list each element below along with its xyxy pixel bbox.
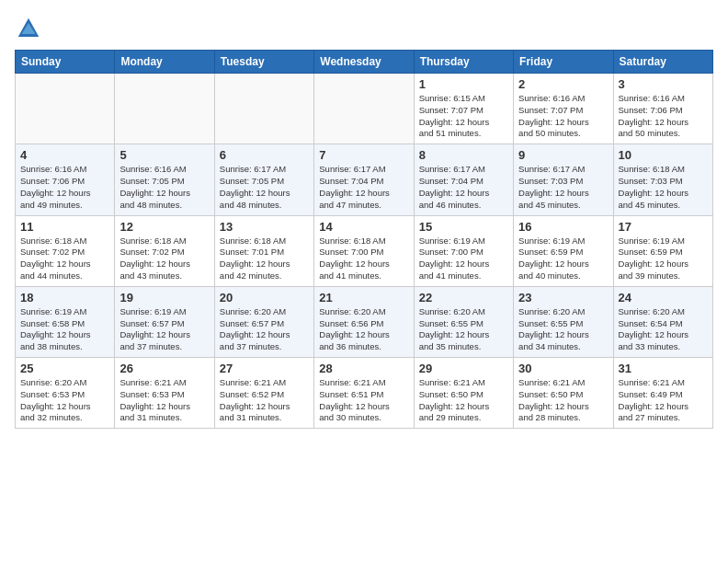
- day-number: 17: [619, 220, 708, 234]
- day-info: Sunrise: 6:19 AM Sunset: 6:58 PM Dayligh…: [20, 306, 109, 353]
- calendar-cell: 20Sunrise: 6:20 AM Sunset: 6:57 PM Dayli…: [214, 286, 313, 357]
- calendar-cell: 23Sunrise: 6:20 AM Sunset: 6:55 PM Dayli…: [514, 286, 613, 357]
- day-info: Sunrise: 6:18 AM Sunset: 7:02 PM Dayligh…: [119, 236, 209, 282]
- day-info: Sunrise: 6:20 AM Sunset: 6:53 PM Dayligh…: [20, 377, 109, 424]
- calendar-cell: 8Sunrise: 6:17 AM Sunset: 7:04 PM Daylig…: [414, 144, 513, 215]
- day-number: 8: [419, 148, 508, 162]
- day-info: Sunrise: 6:17 AM Sunset: 7:04 PM Dayligh…: [319, 164, 408, 211]
- day-info: Sunrise: 6:20 AM Sunset: 6:56 PM Dayligh…: [319, 306, 408, 353]
- day-info: Sunrise: 6:18 AM Sunset: 7:01 PM Dayligh…: [220, 236, 309, 282]
- calendar-cell: [115, 74, 214, 144]
- calendar-cell: 5Sunrise: 6:16 AM Sunset: 7:05 PM Daylig…: [115, 144, 214, 215]
- day-info: Sunrise: 6:16 AM Sunset: 7:06 PM Dayligh…: [619, 93, 708, 140]
- calendar-cell: [314, 74, 414, 144]
- day-info: Sunrise: 6:20 AM Sunset: 6:54 PM Dayligh…: [619, 306, 708, 353]
- day-info: Sunrise: 6:21 AM Sunset: 6:51 PM Dayligh…: [319, 377, 408, 424]
- day-info: Sunrise: 6:20 AM Sunset: 6:55 PM Dayligh…: [419, 306, 508, 353]
- calendar-cell: 7Sunrise: 6:17 AM Sunset: 7:04 PM Daylig…: [314, 144, 414, 215]
- day-info: Sunrise: 6:17 AM Sunset: 7:05 PM Dayligh…: [220, 164, 309, 211]
- calendar-cell: 1Sunrise: 6:15 AM Sunset: 7:07 PM Daylig…: [414, 74, 513, 144]
- day-info: Sunrise: 6:16 AM Sunset: 7:06 PM Dayligh…: [20, 164, 109, 211]
- day-info: Sunrise: 6:18 AM Sunset: 7:00 PM Dayligh…: [319, 236, 408, 282]
- logo: [15, 15, 46, 42]
- day-number: 12: [119, 220, 209, 234]
- day-number: 10: [619, 148, 708, 162]
- day-info: Sunrise: 6:19 AM Sunset: 6:59 PM Dayligh…: [518, 236, 608, 282]
- day-number: 5: [119, 148, 209, 162]
- day-info: Sunrise: 6:21 AM Sunset: 6:50 PM Dayligh…: [419, 377, 508, 424]
- day-info: Sunrise: 6:17 AM Sunset: 7:03 PM Dayligh…: [518, 164, 608, 211]
- day-number: 6: [220, 148, 309, 162]
- day-number: 26: [119, 362, 209, 375]
- calendar-cell: 12Sunrise: 6:18 AM Sunset: 7:02 PM Dayli…: [115, 215, 214, 286]
- day-info: Sunrise: 6:17 AM Sunset: 7:04 PM Dayligh…: [419, 164, 508, 211]
- day-info: Sunrise: 6:21 AM Sunset: 6:53 PM Dayligh…: [119, 377, 209, 424]
- day-number: 27: [220, 362, 309, 375]
- day-number: 16: [518, 220, 608, 234]
- day-header-sunday: Sunday: [16, 51, 115, 74]
- day-number: 31: [619, 362, 708, 375]
- calendar-cell: 18Sunrise: 6:19 AM Sunset: 6:58 PM Dayli…: [16, 286, 115, 357]
- day-number: 3: [619, 77, 708, 91]
- day-info: Sunrise: 6:16 AM Sunset: 7:05 PM Dayligh…: [119, 164, 209, 211]
- calendar-cell: 22Sunrise: 6:20 AM Sunset: 6:55 PM Dayli…: [414, 286, 513, 357]
- day-number: 23: [518, 291, 608, 304]
- day-header-thursday: Thursday: [414, 51, 513, 74]
- day-info: Sunrise: 6:20 AM Sunset: 6:55 PM Dayligh…: [518, 306, 608, 353]
- calendar-cell: 30Sunrise: 6:21 AM Sunset: 6:50 PM Dayli…: [514, 358, 613, 429]
- calendar-cell: 13Sunrise: 6:18 AM Sunset: 7:01 PM Dayli…: [214, 215, 313, 286]
- day-number: 11: [20, 220, 109, 234]
- calendar-week-row: 25Sunrise: 6:20 AM Sunset: 6:53 PM Dayli…: [16, 358, 713, 429]
- calendar-cell: 26Sunrise: 6:21 AM Sunset: 6:53 PM Dayli…: [115, 358, 214, 429]
- calendar-cell: 6Sunrise: 6:17 AM Sunset: 7:05 PM Daylig…: [214, 144, 313, 215]
- page-header: [15, 15, 713, 42]
- day-header-monday: Monday: [115, 51, 214, 74]
- day-info: Sunrise: 6:16 AM Sunset: 7:07 PM Dayligh…: [518, 93, 608, 140]
- calendar-cell: [214, 74, 313, 144]
- calendar-cell: 17Sunrise: 6:19 AM Sunset: 6:59 PM Dayli…: [613, 215, 712, 286]
- day-info: Sunrise: 6:19 AM Sunset: 7:00 PM Dayligh…: [419, 236, 508, 282]
- day-number: 28: [319, 362, 408, 375]
- calendar-header-row: SundayMondayTuesdayWednesdayThursdayFrid…: [16, 51, 713, 74]
- calendar-cell: 3Sunrise: 6:16 AM Sunset: 7:06 PM Daylig…: [613, 74, 712, 144]
- day-header-friday: Friday: [514, 51, 613, 74]
- day-number: 20: [220, 291, 309, 304]
- day-number: 1: [419, 77, 508, 91]
- day-number: 29: [419, 362, 508, 375]
- day-info: Sunrise: 6:20 AM Sunset: 6:57 PM Dayligh…: [220, 306, 309, 353]
- logo-icon: [15, 15, 42, 42]
- calendar-cell: 28Sunrise: 6:21 AM Sunset: 6:51 PM Dayli…: [314, 358, 414, 429]
- calendar-cell: 27Sunrise: 6:21 AM Sunset: 6:52 PM Dayli…: [214, 358, 313, 429]
- day-number: 7: [319, 148, 408, 162]
- day-number: 14: [319, 220, 408, 234]
- calendar-cell: 24Sunrise: 6:20 AM Sunset: 6:54 PM Dayli…: [613, 286, 712, 357]
- calendar-cell: [16, 74, 115, 144]
- calendar-week-row: 4Sunrise: 6:16 AM Sunset: 7:06 PM Daylig…: [16, 144, 713, 215]
- calendar-cell: 15Sunrise: 6:19 AM Sunset: 7:00 PM Dayli…: [414, 215, 513, 286]
- day-header-tuesday: Tuesday: [214, 51, 313, 74]
- day-info: Sunrise: 6:21 AM Sunset: 6:52 PM Dayligh…: [220, 377, 309, 424]
- day-number: 24: [619, 291, 708, 304]
- day-number: 19: [119, 291, 209, 304]
- day-number: 15: [419, 220, 508, 234]
- calendar-cell: 2Sunrise: 6:16 AM Sunset: 7:07 PM Daylig…: [514, 74, 613, 144]
- day-info: Sunrise: 6:19 AM Sunset: 6:59 PM Dayligh…: [619, 236, 708, 282]
- day-info: Sunrise: 6:18 AM Sunset: 7:03 PM Dayligh…: [619, 164, 708, 211]
- day-info: Sunrise: 6:21 AM Sunset: 6:50 PM Dayligh…: [518, 377, 608, 424]
- day-number: 22: [419, 291, 508, 304]
- day-number: 4: [20, 148, 109, 162]
- day-info: Sunrise: 6:15 AM Sunset: 7:07 PM Dayligh…: [419, 93, 508, 140]
- day-number: 13: [220, 220, 309, 234]
- calendar-cell: 4Sunrise: 6:16 AM Sunset: 7:06 PM Daylig…: [16, 144, 115, 215]
- calendar-cell: 14Sunrise: 6:18 AM Sunset: 7:00 PM Dayli…: [314, 215, 414, 286]
- calendar-cell: 9Sunrise: 6:17 AM Sunset: 7:03 PM Daylig…: [514, 144, 613, 215]
- calendar-cell: 10Sunrise: 6:18 AM Sunset: 7:03 PM Dayli…: [613, 144, 712, 215]
- day-header-wednesday: Wednesday: [314, 51, 414, 74]
- day-header-saturday: Saturday: [613, 51, 712, 74]
- calendar-cell: 31Sunrise: 6:21 AM Sunset: 6:49 PM Dayli…: [613, 358, 712, 429]
- day-number: 9: [518, 148, 608, 162]
- day-info: Sunrise: 6:21 AM Sunset: 6:49 PM Dayligh…: [619, 377, 708, 424]
- calendar-cell: 29Sunrise: 6:21 AM Sunset: 6:50 PM Dayli…: [414, 358, 513, 429]
- day-number: 25: [20, 362, 109, 375]
- calendar-week-row: 11Sunrise: 6:18 AM Sunset: 7:02 PM Dayli…: [16, 215, 713, 286]
